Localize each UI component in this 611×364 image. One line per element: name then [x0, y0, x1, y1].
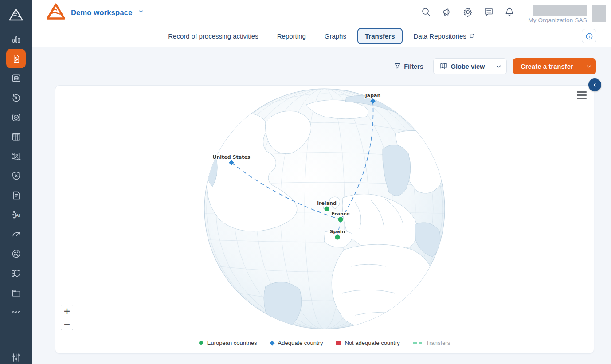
country-label: France [331, 211, 349, 217]
sidebar-item-kanban[interactable] [6, 127, 26, 146]
sidebar-item-ai[interactable]: AI [6, 205, 26, 224]
map-menu-button[interactable] [577, 91, 587, 99]
tab-label: Graphs [325, 32, 346, 40]
tab-transfers[interactable]: Transfers [357, 28, 403, 44]
sidebar-item-shield-x[interactable] [6, 166, 26, 185]
legend-label: Adequate country [278, 340, 323, 346]
tab-graphs[interactable]: Graphs [317, 28, 354, 44]
app-logo-orange-icon [46, 3, 66, 22]
country-label: United States [213, 154, 251, 160]
circle-legend-marker [199, 341, 203, 345]
sidebar-item-data-repository[interactable] [6, 68, 26, 88]
sidebar-item-risk-gauge[interactable] [6, 224, 26, 244]
chat-icon[interactable] [483, 7, 494, 17]
sidebar-item-tasks-check[interactable] [6, 107, 26, 127]
sidebar-item-bar-chart[interactable] [6, 29, 26, 49]
sidebar-item-more-dots[interactable] [6, 302, 26, 322]
info-button[interactable] [582, 29, 596, 43]
tab-reporting[interactable]: Reporting [270, 28, 313, 44]
sidebar-divider [9, 346, 23, 346]
map-legend: European countriesAdequate countryNot ad… [55, 340, 594, 346]
sidebar-item-cookie[interactable] [6, 244, 26, 263]
external-link-icon [469, 32, 475, 40]
tabbar: Record of processing activitiesReporting… [32, 25, 611, 47]
globe-view-button[interactable]: Globe view [434, 59, 491, 74]
funnel-icon [394, 63, 401, 70]
view-label: Globe view [451, 63, 485, 70]
chevron-down-icon [496, 63, 502, 70]
create-transfer-button[interactable]: Create a transfer [513, 58, 581, 74]
sidebar-item-document[interactable] [6, 185, 26, 205]
legend-item-transfers[interactable]: Transfers [413, 340, 450, 346]
country-label: ireland [317, 200, 337, 206]
organization-label: My Organization SAS [528, 17, 587, 23]
create-transfer-label: Create a transfer [521, 63, 573, 70]
tab-label: Transfers [365, 32, 395, 40]
sidebar-item-shield-network[interactable] [6, 263, 26, 283]
app-logo[interactable] [0, 0, 32, 29]
create-transfer-split-button: Create a transfer [513, 58, 596, 74]
legend-item-not-adequate-country[interactable]: Not adequate country [336, 340, 400, 346]
svg-text:AI: AI [16, 212, 20, 217]
map-toolbar: Filters Globe view Create a transfer [391, 58, 596, 74]
sidebar-nav: AI [0, 29, 32, 322]
sidebar-item-folder[interactable] [6, 283, 26, 302]
sidebar-item-data-subject[interactable] [6, 146, 26, 166]
country-marker-france[interactable] [338, 217, 343, 222]
country-label: Japan [365, 93, 381, 98]
view-dropdown-button[interactable] [491, 59, 506, 74]
sidebar-item-history[interactable] [6, 88, 26, 107]
bell-icon[interactable] [504, 7, 515, 17]
gear-icon[interactable] [462, 7, 473, 17]
dash-legend-marker [413, 342, 422, 344]
globe-map[interactable]: JapanUnited StatesirelandFranceSpain [55, 86, 595, 334]
legend-label: European countries [207, 340, 257, 346]
legend-label: Transfers [426, 340, 450, 346]
sliders-icon[interactable] [11, 352, 21, 364]
zoom-out-button[interactable]: − [61, 317, 73, 330]
search-icon[interactable] [421, 7, 431, 17]
country-marker-ireland[interactable] [325, 207, 329, 211]
megaphone-icon[interactable] [442, 7, 452, 17]
zoom-in-button[interactable]: + [61, 305, 73, 317]
workspace-name: Demo workspace [71, 8, 133, 17]
topbar: Demo workspace My Organization SAS [32, 0, 611, 25]
diamond-legend-marker [270, 341, 274, 345]
view-selector: Globe view [433, 58, 507, 74]
map-card: JapanUnited StatesirelandFranceSpain + −… [55, 85, 594, 354]
chevron-down-icon [138, 8, 144, 16]
transfers-page: Filters Globe view Create a transfer [32, 47, 611, 364]
filters-label: Filters [404, 63, 423, 70]
avatar[interactable] [592, 5, 606, 22]
map-icon [440, 62, 447, 71]
country-marker-spain[interactable] [335, 235, 340, 240]
square-legend-marker [336, 341, 341, 345]
legend-item-european-countries[interactable]: European countries [199, 340, 257, 346]
panel-collapse-button[interactable] [588, 78, 601, 91]
map-zoom-controls: + − [61, 305, 73, 330]
tab-data-repositories[interactable]: Data Repositories [406, 28, 482, 44]
chevron-down-icon [586, 63, 592, 70]
legend-item-adequate-country[interactable]: Adequate country [270, 340, 323, 346]
country-label: Spain [330, 229, 345, 235]
workspace-switcher[interactable]: Demo workspace [46, 3, 144, 22]
sidebar-item-processing-record[interactable] [6, 49, 26, 68]
create-transfer-dropdown-button[interactable] [581, 58, 596, 74]
tab-label: Record of processing activities [168, 32, 258, 40]
redacted-username [533, 5, 587, 16]
legend-label: Not adequate country [345, 340, 400, 346]
tab-label: Reporting [277, 32, 306, 40]
filters-button[interactable]: Filters [391, 60, 427, 73]
tab-record-of-processing-activities[interactable]: Record of processing activities [161, 28, 266, 44]
sidebar: AI [0, 0, 32, 364]
chevron-left-icon [592, 82, 598, 88]
tab-label: Data Repositories [414, 32, 466, 40]
